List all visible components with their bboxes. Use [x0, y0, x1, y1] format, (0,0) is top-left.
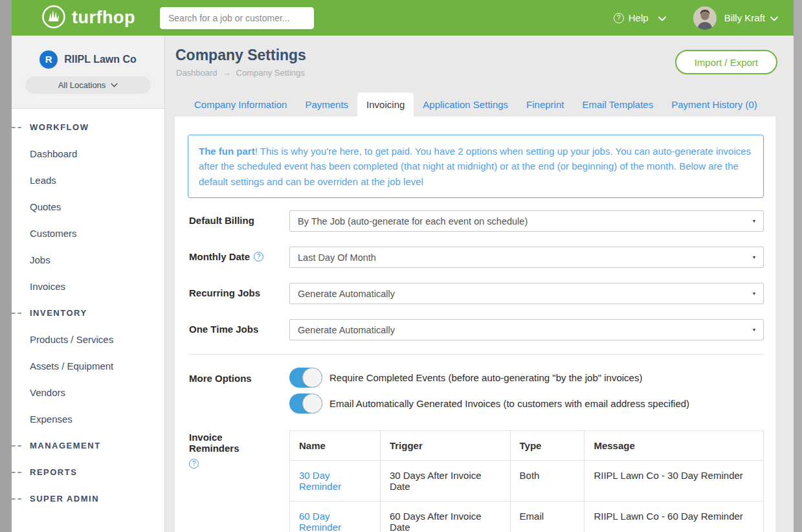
sidebar-section-inventory[interactable]: INVENTORY [12, 300, 164, 326]
breadcrumb-arrow-icon: → [223, 68, 231, 78]
tab-fineprint[interactable]: Fineprint [517, 93, 573, 116]
app-logo[interactable]: turfhop [41, 5, 135, 32]
info-callout-bold: The fun part [199, 146, 255, 157]
table-row: 60 Day Reminder 60 Days After Invoice Da… [290, 502, 764, 532]
window-scrollbar[interactable] [794, 0, 802, 532]
invoicing-panel: The fun part! This is why you're here, t… [175, 116, 775, 532]
info-callout-text: ! This is why you're here, to get paid. … [199, 146, 751, 187]
reminder-link[interactable]: 60 Day Reminder [299, 511, 341, 532]
sidebar-item-invoices[interactable]: Invoices [12, 273, 164, 300]
sidebar-item-jobs[interactable]: Jobs [12, 247, 164, 273]
reminder-trigger: 60 Days After Invoice Date [380, 502, 510, 532]
tab-invoicing[interactable]: Invoicing [357, 93, 414, 116]
locations-label: All Locations [58, 80, 106, 90]
reminder-type: Email [510, 502, 585, 532]
sidebar-nav: WORKFLOW Dashboard Leads Quotes Customer… [12, 109, 164, 512]
chevron-down-icon[interactable] [770, 12, 778, 24]
toggle-knob [302, 393, 322, 414]
user-avatar[interactable] [693, 6, 717, 30]
default-billing-value: By The Job (auto-generate for each event… [298, 216, 528, 227]
tab-payment-history[interactable]: Payment History (0) [662, 93, 766, 116]
company-name: RIIPL Lawn Co [64, 54, 137, 65]
require-completed-events-toggle[interactable] [289, 368, 322, 388]
invoice-reminders-help-icon[interactable]: ? [189, 459, 199, 469]
tab-company-information[interactable]: Company Information [185, 93, 296, 116]
page-title: Company Settings [175, 47, 306, 64]
sidebar-item-products-services[interactable]: Products / Services [12, 326, 164, 353]
one-time-jobs-label: One Time Jobs [189, 324, 258, 335]
monthly-date-value: Last Day Of Month [298, 252, 376, 263]
section-divider [188, 354, 764, 355]
sidebar-section-management[interactable]: MANAGEMENT [12, 432, 164, 459]
grass-logo-icon [41, 5, 66, 32]
sidebar-item-assets-equipment[interactable]: Assets / Equipment [12, 353, 164, 379]
company-row[interactable]: R RIIPL Lawn Co [39, 50, 137, 69]
section-dashes-icon [12, 313, 21, 314]
dropdown-arrow-icon: ▾ [753, 218, 755, 224]
sidebar-section-super-admin[interactable]: SUPER ADMIN [12, 485, 164, 512]
tab-email-templates[interactable]: Email Templates [573, 93, 662, 116]
email-generated-invoices-toggle[interactable] [289, 393, 322, 414]
sidebar: R RIIPL Lawn Co All Locations WORKFLOW D… [12, 36, 165, 532]
toggle-knob [302, 368, 322, 388]
column-header-message: Message [585, 431, 764, 461]
recurring-jobs-value: Generate Automatically [298, 289, 395, 299]
require-completed-events-row: Require Completed Events (before auto-ge… [289, 368, 642, 388]
section-dashes-icon [12, 498, 21, 500]
monthly-date-select[interactable]: Last Day Of Month ▾ [289, 247, 764, 268]
table-header-row: Name Trigger Type Message [290, 431, 764, 461]
reminder-type: Both [510, 461, 585, 502]
company-logo: R [39, 50, 58, 69]
user-name[interactable]: Billy Kraft [724, 12, 765, 23]
info-callout: The fun part! This is why you're here, t… [188, 135, 764, 198]
sidebar-section-workflow[interactable]: WORKFLOW [12, 114, 164, 140]
more-options-label: More Options [189, 373, 252, 384]
email-generated-invoices-label: Email Automatically Generated Invoices (… [329, 398, 689, 409]
sidebar-item-quotes[interactable]: Quotes [12, 194, 164, 220]
import-export-button[interactable]: Import / Export [675, 50, 777, 74]
table-row: 30 Day Reminder 30 Days After Invoice Da… [290, 461, 764, 502]
recurring-jobs-label: Recurring Jobs [189, 287, 260, 298]
window-edge-strip [0, 0, 12, 532]
sidebar-company-block: R RIIPL Lawn Co All Locations [12, 36, 164, 109]
section-dashes-icon [12, 127, 21, 128]
column-header-name: Name [290, 431, 381, 461]
sidebar-item-customers[interactable]: Customers [12, 220, 164, 247]
sidebar-item-dashboard[interactable]: Dashboard [12, 140, 164, 167]
default-billing-select[interactable]: By The Job (auto-generate for each event… [289, 210, 764, 232]
main-content: Company Settings Dashboard → Company Set… [165, 36, 794, 532]
recurring-jobs-select[interactable]: Generate Automatically ▾ [289, 283, 764, 304]
reminder-message: RIIPL Lawn Co - 30 Day Reminder [585, 461, 764, 502]
tab-payments[interactable]: Payments [296, 93, 357, 116]
breadcrumb: Dashboard → Company Settings [176, 68, 305, 78]
dropdown-arrow-icon: ▾ [753, 254, 755, 260]
section-dashes-icon [12, 445, 21, 447]
column-header-trigger: Trigger [380, 431, 510, 461]
monthly-date-help-icon[interactable]: ? [254, 252, 263, 261]
one-time-jobs-value: Generate Automatically [298, 325, 395, 335]
reminder-trigger: 30 Days After Invoice Date [380, 461, 510, 502]
sidebar-item-vendors[interactable]: Vendors [12, 379, 164, 406]
search-input[interactable] [160, 7, 314, 29]
help-label: Help [629, 12, 649, 23]
top-header-bar: turfhop ? Help Billy Kraft [12, 0, 794, 36]
breadcrumb-company-settings[interactable]: Company Settings [236, 68, 305, 78]
chevron-down-icon [111, 83, 118, 87]
monthly-date-label: Monthly Date ? [189, 251, 263, 262]
breadcrumb-dashboard[interactable]: Dashboard [176, 68, 217, 78]
locations-dropdown[interactable]: All Locations [25, 76, 151, 94]
chevron-down-icon [658, 12, 666, 23]
section-dashes-icon [12, 472, 21, 473]
reminder-link[interactable]: 30 Day Reminder [299, 470, 341, 492]
sidebar-item-leads[interactable]: Leads [12, 167, 164, 194]
tab-bar: Company Information Payments Invoicing A… [185, 93, 766, 116]
one-time-jobs-select[interactable]: Generate Automatically ▾ [289, 319, 764, 340]
dropdown-arrow-icon: ▾ [753, 327, 755, 333]
invoice-reminders-table: Name Trigger Type Message 30 Day Reminde… [289, 430, 764, 532]
dropdown-arrow-icon: ▾ [753, 291, 755, 296]
sidebar-item-expenses[interactable]: Expenses [12, 406, 164, 432]
sidebar-section-reports[interactable]: REPORTS [12, 459, 164, 485]
help-menu[interactable]: ? Help [614, 12, 666, 23]
email-generated-invoices-row: Email Automatically Generated Invoices (… [289, 393, 689, 414]
tab-application-settings[interactable]: Application Settings [414, 93, 517, 116]
